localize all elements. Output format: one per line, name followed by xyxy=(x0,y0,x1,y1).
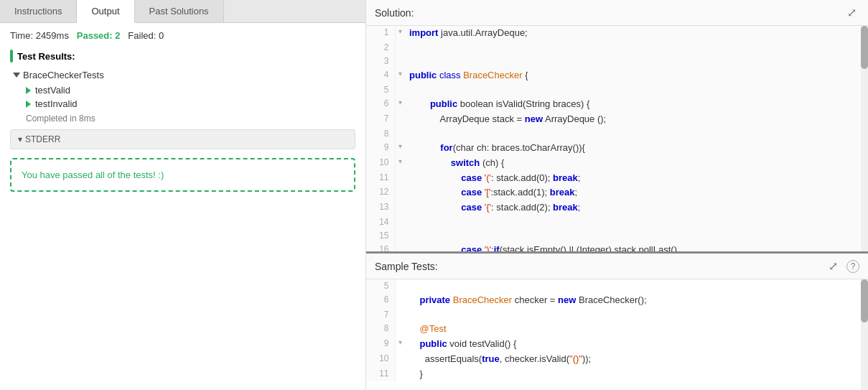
table-row: 13 case '{': stack.add(2); break; xyxy=(366,200,861,215)
suite-header[interactable]: BraceCheckerTests xyxy=(13,70,355,80)
table-row: 14 xyxy=(366,215,861,229)
sample-code-wrapper: 5 6 private BraceChecker checker = new B… xyxy=(366,279,868,390)
table-row: 7 ArrayDeque stack = new ArrayDeque (); xyxy=(366,112,861,127)
test-item-invalid[interactable]: testInvalid xyxy=(26,98,355,109)
table-row: 4 ▾ public class BraceChecker { xyxy=(366,68,861,83)
table-row: 11 } xyxy=(366,367,861,382)
stderr-bar[interactable]: ▾ STDERR xyxy=(10,129,355,149)
tab-instructions[interactable]: Instructions xyxy=(0,0,77,22)
collapse-icon-stderr: ▾ xyxy=(18,134,22,144)
solution-title: Solution: xyxy=(375,7,414,19)
v-scrollbar-thumb-sample[interactable] xyxy=(861,279,868,322)
tab-bar: Instructions Output Past Solutions xyxy=(0,0,365,23)
solution-code-wrapper: 1 ▾ import java.util.ArrayDeque; 2 3 xyxy=(366,26,868,251)
test-suite: BraceCheckerTests testValid testInvalid … xyxy=(13,70,355,124)
collapse-icon xyxy=(13,73,20,78)
solution-code-table: 1 ▾ import java.util.ArrayDeque; 2 3 xyxy=(366,26,861,251)
sample-tests-icons: ⤢ ? xyxy=(826,258,859,274)
table-row: 1 ▾ import java.util.ArrayDeque; xyxy=(366,26,861,41)
table-row: 6 private BraceChecker checker = new Bra… xyxy=(366,293,861,308)
passed-value: 2 xyxy=(115,30,120,41)
table-row: 7 xyxy=(366,308,861,322)
failed-label: Failed: xyxy=(128,30,156,41)
table-row: 2 xyxy=(366,41,861,55)
table-row: 5 xyxy=(366,83,861,97)
green-bar-indicator xyxy=(10,50,13,62)
table-row: 3 xyxy=(366,55,861,68)
expand-sample-icon[interactable]: ⤢ xyxy=(826,258,841,274)
test-pass-icon xyxy=(26,87,31,94)
passed-label: Passed: xyxy=(77,30,113,41)
expand-icon[interactable]: ⤢ xyxy=(844,4,859,21)
table-row: 8 @Test xyxy=(366,322,861,337)
time-label: Time: xyxy=(10,30,33,41)
help-icon[interactable]: ? xyxy=(846,260,859,273)
v-scrollbar-sample[interactable] xyxy=(861,279,868,390)
success-message: You have passed all of the tests! :) xyxy=(22,170,164,180)
table-row: 8 xyxy=(366,127,861,141)
test-pass-icon-2 xyxy=(26,101,31,108)
time-value: 2459ms xyxy=(36,30,69,41)
solution-header: Solution: ⤢ xyxy=(366,0,868,26)
tab-output[interactable]: Output xyxy=(77,0,134,23)
solution-icons: ⤢ xyxy=(844,4,859,21)
test-results-section: Test Results: xyxy=(10,50,355,62)
table-row: 10 ▾ switch (ch) { xyxy=(366,156,861,171)
stderr-label: STDERR xyxy=(25,134,60,144)
test-item-valid[interactable]: testValid xyxy=(26,85,355,96)
failed-value: 0 xyxy=(159,30,164,41)
table-row: 15 xyxy=(366,229,861,243)
solution-scroll-area[interactable]: 1 ▾ import java.util.ArrayDeque; 2 3 xyxy=(366,26,861,251)
table-row: 16 case ')':if(stack.isEmpty() || (Integ… xyxy=(366,243,861,251)
sample-code-table: 5 6 private BraceChecker checker = new B… xyxy=(366,279,861,381)
suite-name: BraceCheckerTests xyxy=(23,70,104,80)
success-message-box: You have passed all of the tests! :) xyxy=(10,158,355,192)
tab-past-solutions[interactable]: Past Solutions xyxy=(135,0,224,22)
table-row: 11 case '(': stack.add(0); break; xyxy=(366,171,861,186)
solution-section: Solution: ⤢ 1 ▾ import java.util.ArrayDe… xyxy=(366,0,868,254)
table-row: 9 ▾ for(char ch: braces.toCharArray()){ xyxy=(366,141,861,156)
test-invalid-name: testInvalid xyxy=(35,98,78,109)
output-content: Time: 2459ms Passed: 2 Failed: 0 Test Re… xyxy=(0,23,365,390)
table-row: 5 xyxy=(366,279,861,293)
table-row: 9 ▾ public void testValid() { xyxy=(366,337,861,352)
test-valid-name: testValid xyxy=(35,85,70,96)
v-scrollbar-solution[interactable] xyxy=(861,26,868,251)
sample-tests-title: Sample Tests: xyxy=(375,261,438,272)
table-row: 10 assertEquals(true, checker.isValid("(… xyxy=(366,352,861,367)
v-scrollbar-thumb-solution[interactable] xyxy=(861,26,868,69)
right-panel: Solution: ⤢ 1 ▾ import java.util.ArrayDe… xyxy=(366,0,868,390)
time-info: Time: 2459ms Passed: 2 Failed: 0 xyxy=(10,30,355,41)
left-panel: Instructions Output Past Solutions Time:… xyxy=(0,0,366,390)
table-row: 6 ▾ public boolean isValid(String braces… xyxy=(366,97,861,112)
completed-info: Completed in 8ms xyxy=(26,113,355,124)
table-row: 12 case '[':stack.add(1); break; xyxy=(366,185,861,200)
sample-tests-header: Sample Tests: ⤢ ? xyxy=(366,254,868,279)
test-results-label: Test Results: xyxy=(17,51,75,62)
sample-tests-section: Sample Tests: ⤢ ? 5 6 xyxy=(366,254,868,390)
sample-scroll-area[interactable]: 5 6 private BraceChecker checker = new B… xyxy=(366,279,861,390)
